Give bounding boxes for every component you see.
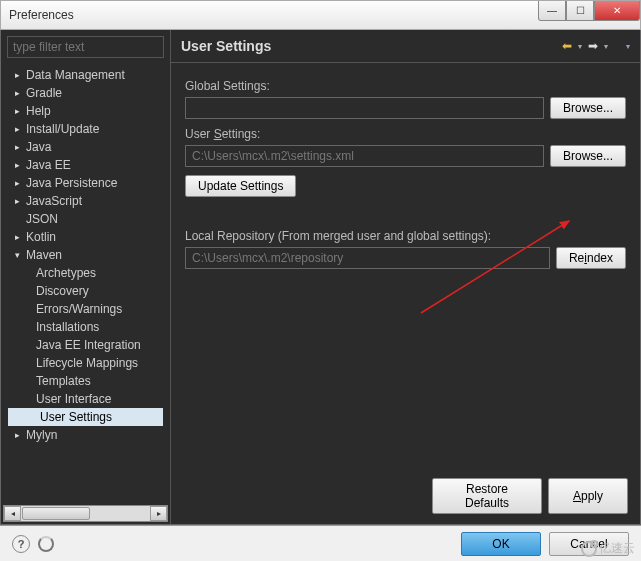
scroll-thumb[interactable]	[22, 507, 90, 520]
tree-item-label: Install/Update	[26, 122, 99, 136]
header-nav: ⬅ ▾ ➡ ▾ ▾	[562, 39, 630, 53]
tree-item[interactable]: Discovery	[4, 282, 167, 300]
global-settings-label: Global Settings:	[185, 79, 626, 93]
expand-icon[interactable]: ▸	[12, 232, 22, 242]
expand-icon[interactable]: ▸	[12, 106, 22, 116]
close-button[interactable]: ✕	[594, 1, 640, 21]
tree-item-label: Java EE Integration	[36, 338, 141, 352]
tree-item-label: Mylyn	[26, 428, 57, 442]
tree-item[interactable]: ▸Java Persistence	[4, 174, 167, 192]
scroll-right-arrow[interactable]: ▸	[150, 506, 167, 521]
global-settings-input[interactable]	[185, 97, 544, 119]
tree-item[interactable]: ▸Java EE	[4, 156, 167, 174]
restore-defaults-button[interactable]: Restore Defaults	[432, 478, 542, 514]
tree-item-label: Archetypes	[36, 266, 96, 280]
tree-item-label: JavaScript	[26, 194, 82, 208]
back-icon[interactable]: ⬅	[562, 39, 572, 53]
tree-item[interactable]: ▸Data Management	[4, 66, 167, 84]
menu-icon[interactable]: ▾	[626, 42, 630, 51]
tree-item-label: Templates	[36, 374, 91, 388]
expand-icon[interactable]: ▸	[12, 70, 22, 80]
page-header: User Settings ⬅ ▾ ➡ ▾ ▾	[171, 30, 640, 63]
expand-icon[interactable]: ▸	[12, 196, 22, 206]
tree-item-label: Installations	[36, 320, 99, 334]
scroll-left-arrow[interactable]: ◂	[4, 506, 21, 521]
tree-item-label: Data Management	[26, 68, 125, 82]
title-bar: Preferences — ☐ ✕	[0, 0, 641, 30]
progress-icon	[38, 536, 54, 552]
dialog-footer: ? OK Cancel	[0, 525, 641, 561]
tree-item[interactable]: User Settings	[8, 408, 163, 426]
tree-item[interactable]: Lifecycle Mappings	[4, 354, 167, 372]
tree-item[interactable]: Templates	[4, 372, 167, 390]
filter-input[interactable]	[7, 36, 164, 58]
user-settings-input[interactable]	[185, 145, 544, 167]
ok-button[interactable]: OK	[461, 532, 541, 556]
tree-item-label: User Settings	[40, 410, 112, 424]
window-controls: — ☐ ✕	[538, 1, 640, 21]
browse-global-button[interactable]: Browse...	[550, 97, 626, 119]
page-title: User Settings	[181, 38, 271, 54]
minimize-button[interactable]: —	[538, 1, 566, 21]
tree-item[interactable]: ▸JavaScript	[4, 192, 167, 210]
maximize-button[interactable]: ☐	[566, 1, 594, 21]
tree-item-label: Java EE	[26, 158, 71, 172]
tree-item-label: User Interface	[36, 392, 111, 406]
tree-item-label: JSON	[26, 212, 58, 226]
apply-button[interactable]: Apply	[548, 478, 628, 514]
tree-item[interactable]: ▸Help	[4, 102, 167, 120]
forward-icon[interactable]: ➡	[588, 39, 598, 53]
back-menu-icon[interactable]: ▾	[578, 42, 582, 51]
tree-item-label: Java	[26, 140, 51, 154]
tree-item[interactable]: ▸Install/Update	[4, 120, 167, 138]
expand-icon[interactable]: ▸	[12, 178, 22, 188]
user-settings-label: User Settings:	[185, 127, 626, 141]
tree-item[interactable]: ▸Mylyn	[4, 426, 167, 444]
page-button-bar: Restore Defaults Apply	[171, 472, 640, 524]
expand-icon[interactable]: ▸	[12, 124, 22, 134]
local-repo-label: Local Repository (From merged user and g…	[185, 229, 626, 243]
local-repo-input[interactable]	[185, 247, 550, 269]
tree-item-label: Lifecycle Mappings	[36, 356, 138, 370]
tree-item-label: Help	[26, 104, 51, 118]
tree-item[interactable]: Archetypes	[4, 264, 167, 282]
expand-icon[interactable]: ▸	[12, 160, 22, 170]
tree-item[interactable]: Installations	[4, 318, 167, 336]
forward-menu-icon[interactable]: ▾	[604, 42, 608, 51]
tree-item[interactable]: ▸Java	[4, 138, 167, 156]
tree-item[interactable]: ▾Maven	[4, 246, 167, 264]
browse-user-button[interactable]: Browse...	[550, 145, 626, 167]
tree-item-label: Maven	[26, 248, 62, 262]
tree-item-label: Discovery	[36, 284, 89, 298]
settings-panel: User Settings ⬅ ▾ ➡ ▾ ▾ Global Settings:…	[171, 30, 640, 524]
tree-item[interactable]: JSON	[4, 210, 167, 228]
tree-item[interactable]: User Interface	[4, 390, 167, 408]
horizontal-scrollbar[interactable]: ◂ ▸	[3, 505, 168, 522]
cancel-button[interactable]: Cancel	[549, 532, 629, 556]
reindex-button[interactable]: Reindex	[556, 247, 626, 269]
tree-panel: ▸Data Management▸Gradle▸Help▸Install/Upd…	[1, 30, 171, 524]
content-area: Global Settings: Browse... User Settings…	[171, 63, 640, 472]
dialog-body: ▸Data Management▸Gradle▸Help▸Install/Upd…	[0, 30, 641, 525]
tree-item-label: Kotlin	[26, 230, 56, 244]
window-title: Preferences	[9, 8, 74, 22]
tree-item[interactable]: ▸Gradle	[4, 84, 167, 102]
tree-item[interactable]: Java EE Integration	[4, 336, 167, 354]
tree-item-label: Gradle	[26, 86, 62, 100]
tree-item[interactable]: ▸Kotlin	[4, 228, 167, 246]
expand-icon[interactable]: ▸	[12, 88, 22, 98]
tree-item-label: Java Persistence	[26, 176, 117, 190]
tree-scroll[interactable]: ▸Data Management▸Gradle▸Help▸Install/Upd…	[4, 64, 167, 503]
update-settings-button[interactable]: Update Settings	[185, 175, 296, 197]
help-icon[interactable]: ?	[12, 535, 30, 553]
tree-item[interactable]: Errors/Warnings	[4, 300, 167, 318]
expand-icon[interactable]: ▸	[12, 142, 22, 152]
expand-icon[interactable]: ▸	[12, 430, 22, 440]
expand-icon[interactable]: ▾	[12, 250, 22, 260]
tree-item-label: Errors/Warnings	[36, 302, 122, 316]
